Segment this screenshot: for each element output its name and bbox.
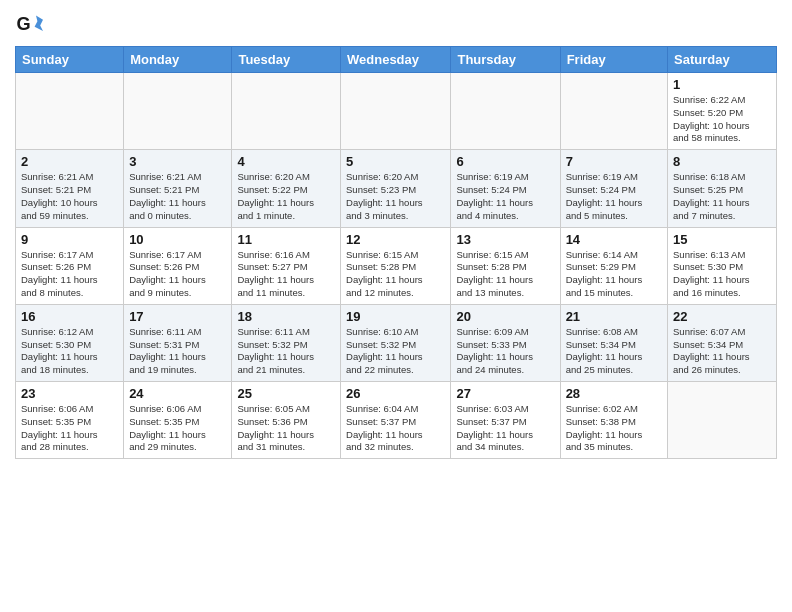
logo-icon: G [15,10,43,38]
calendar-cell: 11Sunrise: 6:16 AM Sunset: 5:27 PM Dayli… [232,227,341,304]
calendar-cell [16,73,124,150]
day-number: 23 [21,386,118,401]
day-info: Sunrise: 6:14 AM Sunset: 5:29 PM Dayligh… [566,249,662,300]
day-info: Sunrise: 6:04 AM Sunset: 5:37 PM Dayligh… [346,403,445,454]
calendar-cell: 28Sunrise: 6:02 AM Sunset: 5:38 PM Dayli… [560,382,667,459]
calendar-cell: 20Sunrise: 6:09 AM Sunset: 5:33 PM Dayli… [451,304,560,381]
day-number: 19 [346,309,445,324]
day-number: 7 [566,154,662,169]
day-info: Sunrise: 6:16 AM Sunset: 5:27 PM Dayligh… [237,249,335,300]
calendar-cell: 12Sunrise: 6:15 AM Sunset: 5:28 PM Dayli… [341,227,451,304]
calendar-cell [560,73,667,150]
col-header-saturday: Saturday [668,47,777,73]
calendar-cell: 5Sunrise: 6:20 AM Sunset: 5:23 PM Daylig… [341,150,451,227]
day-info: Sunrise: 6:19 AM Sunset: 5:24 PM Dayligh… [566,171,662,222]
calendar-table: SundayMondayTuesdayWednesdayThursdayFrid… [15,46,777,459]
col-header-friday: Friday [560,47,667,73]
calendar-cell: 19Sunrise: 6:10 AM Sunset: 5:32 PM Dayli… [341,304,451,381]
day-info: Sunrise: 6:06 AM Sunset: 5:35 PM Dayligh… [129,403,226,454]
col-header-tuesday: Tuesday [232,47,341,73]
day-info: Sunrise: 6:21 AM Sunset: 5:21 PM Dayligh… [21,171,118,222]
day-number: 13 [456,232,554,247]
day-number: 11 [237,232,335,247]
day-number: 9 [21,232,118,247]
day-info: Sunrise: 6:17 AM Sunset: 5:26 PM Dayligh… [129,249,226,300]
page-header: G [15,10,777,38]
day-info: Sunrise: 6:17 AM Sunset: 5:26 PM Dayligh… [21,249,118,300]
col-header-thursday: Thursday [451,47,560,73]
calendar-cell [341,73,451,150]
calendar-cell: 3Sunrise: 6:21 AM Sunset: 5:21 PM Daylig… [124,150,232,227]
day-number: 20 [456,309,554,324]
calendar-cell [451,73,560,150]
calendar-cell: 10Sunrise: 6:17 AM Sunset: 5:26 PM Dayli… [124,227,232,304]
calendar-cell: 13Sunrise: 6:15 AM Sunset: 5:28 PM Dayli… [451,227,560,304]
day-number: 12 [346,232,445,247]
day-info: Sunrise: 6:12 AM Sunset: 5:30 PM Dayligh… [21,326,118,377]
calendar-cell: 2Sunrise: 6:21 AM Sunset: 5:21 PM Daylig… [16,150,124,227]
day-number: 18 [237,309,335,324]
day-number: 27 [456,386,554,401]
day-info: Sunrise: 6:19 AM Sunset: 5:24 PM Dayligh… [456,171,554,222]
calendar-cell: 7Sunrise: 6:19 AM Sunset: 5:24 PM Daylig… [560,150,667,227]
day-info: Sunrise: 6:20 AM Sunset: 5:23 PM Dayligh… [346,171,445,222]
day-info: Sunrise: 6:18 AM Sunset: 5:25 PM Dayligh… [673,171,771,222]
calendar-cell: 17Sunrise: 6:11 AM Sunset: 5:31 PM Dayli… [124,304,232,381]
day-number: 1 [673,77,771,92]
day-info: Sunrise: 6:13 AM Sunset: 5:30 PM Dayligh… [673,249,771,300]
day-number: 8 [673,154,771,169]
col-header-wednesday: Wednesday [341,47,451,73]
col-header-sunday: Sunday [16,47,124,73]
day-info: Sunrise: 6:09 AM Sunset: 5:33 PM Dayligh… [456,326,554,377]
day-info: Sunrise: 6:22 AM Sunset: 5:20 PM Dayligh… [673,94,771,145]
day-number: 16 [21,309,118,324]
day-number: 14 [566,232,662,247]
day-number: 28 [566,386,662,401]
day-info: Sunrise: 6:03 AM Sunset: 5:37 PM Dayligh… [456,403,554,454]
calendar-cell: 18Sunrise: 6:11 AM Sunset: 5:32 PM Dayli… [232,304,341,381]
day-number: 21 [566,309,662,324]
calendar-cell: 26Sunrise: 6:04 AM Sunset: 5:37 PM Dayli… [341,382,451,459]
calendar-cell: 16Sunrise: 6:12 AM Sunset: 5:30 PM Dayli… [16,304,124,381]
day-number: 4 [237,154,335,169]
calendar-cell: 15Sunrise: 6:13 AM Sunset: 5:30 PM Dayli… [668,227,777,304]
calendar-cell: 23Sunrise: 6:06 AM Sunset: 5:35 PM Dayli… [16,382,124,459]
calendar-cell [232,73,341,150]
calendar-cell: 25Sunrise: 6:05 AM Sunset: 5:36 PM Dayli… [232,382,341,459]
svg-text:G: G [16,14,30,34]
day-info: Sunrise: 6:11 AM Sunset: 5:31 PM Dayligh… [129,326,226,377]
calendar-cell: 27Sunrise: 6:03 AM Sunset: 5:37 PM Dayli… [451,382,560,459]
day-number: 3 [129,154,226,169]
day-info: Sunrise: 6:10 AM Sunset: 5:32 PM Dayligh… [346,326,445,377]
day-number: 6 [456,154,554,169]
day-number: 17 [129,309,226,324]
calendar-cell: 21Sunrise: 6:08 AM Sunset: 5:34 PM Dayli… [560,304,667,381]
day-info: Sunrise: 6:15 AM Sunset: 5:28 PM Dayligh… [346,249,445,300]
day-info: Sunrise: 6:07 AM Sunset: 5:34 PM Dayligh… [673,326,771,377]
day-info: Sunrise: 6:06 AM Sunset: 5:35 PM Dayligh… [21,403,118,454]
svg-marker-1 [35,16,43,31]
calendar-cell: 14Sunrise: 6:14 AM Sunset: 5:29 PM Dayli… [560,227,667,304]
logo: G [15,10,45,38]
day-info: Sunrise: 6:20 AM Sunset: 5:22 PM Dayligh… [237,171,335,222]
day-number: 26 [346,386,445,401]
calendar-cell: 22Sunrise: 6:07 AM Sunset: 5:34 PM Dayli… [668,304,777,381]
calendar-cell: 1Sunrise: 6:22 AM Sunset: 5:20 PM Daylig… [668,73,777,150]
day-info: Sunrise: 6:08 AM Sunset: 5:34 PM Dayligh… [566,326,662,377]
day-number: 10 [129,232,226,247]
calendar-cell: 24Sunrise: 6:06 AM Sunset: 5:35 PM Dayli… [124,382,232,459]
day-number: 24 [129,386,226,401]
day-number: 15 [673,232,771,247]
day-info: Sunrise: 6:05 AM Sunset: 5:36 PM Dayligh… [237,403,335,454]
calendar-cell [124,73,232,150]
day-info: Sunrise: 6:02 AM Sunset: 5:38 PM Dayligh… [566,403,662,454]
calendar-cell: 6Sunrise: 6:19 AM Sunset: 5:24 PM Daylig… [451,150,560,227]
calendar-cell: 9Sunrise: 6:17 AM Sunset: 5:26 PM Daylig… [16,227,124,304]
day-number: 2 [21,154,118,169]
calendar-cell [668,382,777,459]
day-number: 22 [673,309,771,324]
day-info: Sunrise: 6:21 AM Sunset: 5:21 PM Dayligh… [129,171,226,222]
day-info: Sunrise: 6:11 AM Sunset: 5:32 PM Dayligh… [237,326,335,377]
day-info: Sunrise: 6:15 AM Sunset: 5:28 PM Dayligh… [456,249,554,300]
day-number: 25 [237,386,335,401]
